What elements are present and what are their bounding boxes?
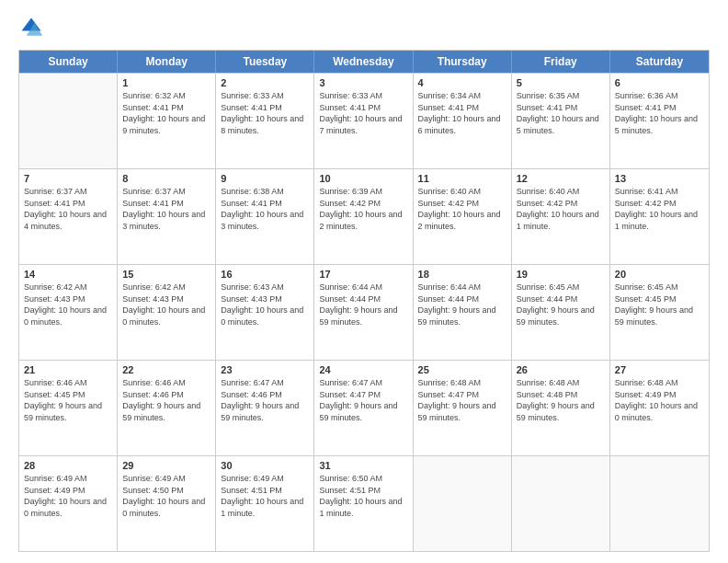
day-info: Sunrise: 6:40 AMSunset: 4:42 PMDaylight:… bbox=[418, 186, 506, 232]
cal-cell: 12Sunrise: 6:40 AMSunset: 4:42 PMDayligh… bbox=[512, 169, 610, 264]
cal-cell: 28Sunrise: 6:49 AMSunset: 4:49 PMDayligh… bbox=[19, 456, 118, 551]
day-number: 6 bbox=[615, 77, 704, 88]
cal-cell: 13Sunrise: 6:41 AMSunset: 4:42 PMDayligh… bbox=[610, 169, 709, 264]
day-info: Sunrise: 6:43 AMSunset: 4:43 PMDaylight:… bbox=[221, 282, 309, 327]
calendar-header-row: SundayMondayTuesdayWednesdayThursdayFrid… bbox=[19, 51, 709, 73]
cal-cell: 22Sunrise: 6:46 AMSunset: 4:46 PMDayligh… bbox=[118, 361, 216, 455]
logo bbox=[18, 15, 48, 40]
day-info: Sunrise: 6:34 AMSunset: 4:41 PMDaylight:… bbox=[418, 90, 506, 136]
logo-icon bbox=[18, 15, 44, 40]
day-info: Sunrise: 6:42 AMSunset: 4:43 PMDaylight:… bbox=[122, 282, 210, 327]
cal-cell: 9Sunrise: 6:38 AMSunset: 4:41 PMDaylight… bbox=[216, 169, 314, 264]
day-number: 14 bbox=[24, 269, 112, 280]
day-number: 2 bbox=[221, 77, 309, 88]
day-number: 18 bbox=[418, 269, 506, 280]
cal-header-thursday: Thursday bbox=[414, 51, 512, 73]
cal-cell bbox=[610, 456, 709, 551]
cal-cell: 24Sunrise: 6:47 AMSunset: 4:47 PMDayligh… bbox=[314, 361, 413, 455]
cal-cell bbox=[414, 456, 512, 551]
cal-cell bbox=[19, 74, 118, 168]
cal-cell: 2Sunrise: 6:33 AMSunset: 4:41 PMDaylight… bbox=[216, 74, 314, 168]
day-info: Sunrise: 6:33 AMSunset: 4:41 PMDaylight:… bbox=[319, 90, 407, 136]
day-info: Sunrise: 6:49 AMSunset: 4:51 PMDaylight:… bbox=[221, 473, 309, 519]
cal-cell: 21Sunrise: 6:46 AMSunset: 4:45 PMDayligh… bbox=[19, 361, 118, 455]
day-number: 4 bbox=[418, 77, 506, 88]
day-number: 22 bbox=[122, 364, 210, 375]
cal-week-5: 28Sunrise: 6:49 AMSunset: 4:49 PMDayligh… bbox=[19, 455, 709, 551]
day-info: Sunrise: 6:32 AMSunset: 4:41 PMDaylight:… bbox=[122, 90, 210, 136]
calendar: SundayMondayTuesdayWednesdayThursdayFrid… bbox=[18, 50, 710, 552]
cal-cell: 25Sunrise: 6:48 AMSunset: 4:47 PMDayligh… bbox=[414, 361, 512, 455]
cal-cell: 4Sunrise: 6:34 AMSunset: 4:41 PMDaylight… bbox=[414, 74, 512, 168]
cal-cell: 16Sunrise: 6:43 AMSunset: 4:43 PMDayligh… bbox=[216, 265, 314, 360]
day-number: 8 bbox=[122, 173, 210, 184]
day-number: 11 bbox=[418, 173, 506, 184]
day-number: 15 bbox=[122, 269, 210, 280]
day-info: Sunrise: 6:37 AMSunset: 4:41 PMDaylight:… bbox=[122, 186, 210, 232]
calendar-body: 1Sunrise: 6:32 AMSunset: 4:41 PMDaylight… bbox=[19, 73, 709, 551]
day-number: 30 bbox=[221, 460, 309, 471]
day-number: 3 bbox=[319, 77, 407, 88]
day-info: Sunrise: 6:44 AMSunset: 4:44 PMDaylight:… bbox=[418, 282, 506, 327]
header bbox=[18, 15, 710, 40]
day-info: Sunrise: 6:39 AMSunset: 4:42 PMDaylight:… bbox=[319, 186, 407, 232]
cal-cell: 10Sunrise: 6:39 AMSunset: 4:42 PMDayligh… bbox=[314, 169, 413, 264]
day-number: 31 bbox=[319, 460, 407, 471]
day-info: Sunrise: 6:49 AMSunset: 4:50 PMDaylight:… bbox=[122, 473, 210, 519]
cal-cell: 30Sunrise: 6:49 AMSunset: 4:51 PMDayligh… bbox=[216, 456, 314, 551]
day-info: Sunrise: 6:33 AMSunset: 4:41 PMDaylight:… bbox=[221, 90, 309, 136]
day-number: 26 bbox=[517, 364, 605, 375]
cal-cell: 23Sunrise: 6:47 AMSunset: 4:46 PMDayligh… bbox=[216, 361, 314, 455]
cal-cell: 20Sunrise: 6:45 AMSunset: 4:45 PMDayligh… bbox=[610, 265, 709, 360]
cal-cell: 31Sunrise: 6:50 AMSunset: 4:51 PMDayligh… bbox=[314, 456, 413, 551]
cal-week-2: 7Sunrise: 6:37 AMSunset: 4:41 PMDaylight… bbox=[19, 168, 709, 264]
day-number: 16 bbox=[221, 269, 309, 280]
cal-cell: 7Sunrise: 6:37 AMSunset: 4:41 PMDaylight… bbox=[19, 169, 118, 264]
day-info: Sunrise: 6:41 AMSunset: 4:42 PMDaylight:… bbox=[615, 186, 704, 232]
cal-cell: 19Sunrise: 6:45 AMSunset: 4:44 PMDayligh… bbox=[512, 265, 610, 360]
day-info: Sunrise: 6:49 AMSunset: 4:49 PMDaylight:… bbox=[24, 473, 112, 519]
day-number: 17 bbox=[319, 269, 407, 280]
cal-cell: 8Sunrise: 6:37 AMSunset: 4:41 PMDaylight… bbox=[118, 169, 216, 264]
day-number: 24 bbox=[319, 364, 407, 375]
cal-header-saturday: Saturday bbox=[610, 51, 709, 73]
day-number: 7 bbox=[24, 173, 112, 184]
cal-week-3: 14Sunrise: 6:42 AMSunset: 4:43 PMDayligh… bbox=[19, 264, 709, 360]
day-info: Sunrise: 6:48 AMSunset: 4:48 PMDaylight:… bbox=[517, 377, 605, 423]
day-number: 13 bbox=[615, 173, 704, 184]
day-info: Sunrise: 6:50 AMSunset: 4:51 PMDaylight:… bbox=[319, 473, 407, 519]
day-info: Sunrise: 6:40 AMSunset: 4:42 PMDaylight:… bbox=[517, 186, 605, 232]
cal-cell bbox=[512, 456, 610, 551]
cal-cell: 15Sunrise: 6:42 AMSunset: 4:43 PMDayligh… bbox=[118, 265, 216, 360]
day-info: Sunrise: 6:44 AMSunset: 4:44 PMDaylight:… bbox=[319, 282, 407, 327]
cal-cell: 1Sunrise: 6:32 AMSunset: 4:41 PMDaylight… bbox=[118, 74, 216, 168]
cal-header-wednesday: Wednesday bbox=[314, 51, 413, 73]
day-info: Sunrise: 6:48 AMSunset: 4:49 PMDaylight:… bbox=[615, 377, 704, 423]
cal-cell: 26Sunrise: 6:48 AMSunset: 4:48 PMDayligh… bbox=[512, 361, 610, 455]
day-info: Sunrise: 6:36 AMSunset: 4:41 PMDaylight:… bbox=[615, 90, 704, 136]
day-info: Sunrise: 6:47 AMSunset: 4:47 PMDaylight:… bbox=[319, 377, 407, 423]
day-info: Sunrise: 6:46 AMSunset: 4:45 PMDaylight:… bbox=[24, 377, 112, 423]
cal-cell: 6Sunrise: 6:36 AMSunset: 4:41 PMDaylight… bbox=[610, 74, 709, 168]
day-number: 27 bbox=[615, 364, 704, 375]
day-info: Sunrise: 6:47 AMSunset: 4:46 PMDaylight:… bbox=[221, 377, 309, 423]
cal-cell: 14Sunrise: 6:42 AMSunset: 4:43 PMDayligh… bbox=[19, 265, 118, 360]
day-number: 19 bbox=[517, 269, 605, 280]
day-number: 1 bbox=[122, 77, 210, 88]
day-info: Sunrise: 6:48 AMSunset: 4:47 PMDaylight:… bbox=[418, 377, 506, 423]
day-number: 20 bbox=[615, 269, 704, 280]
day-number: 21 bbox=[24, 364, 112, 375]
day-info: Sunrise: 6:42 AMSunset: 4:43 PMDaylight:… bbox=[24, 282, 112, 327]
page: SundayMondayTuesdayWednesdayThursdayFrid… bbox=[0, 0, 728, 563]
day-info: Sunrise: 6:35 AMSunset: 4:41 PMDaylight:… bbox=[517, 90, 605, 136]
day-info: Sunrise: 6:46 AMSunset: 4:46 PMDaylight:… bbox=[122, 377, 210, 423]
day-number: 29 bbox=[122, 460, 210, 471]
cal-header-monday: Monday bbox=[118, 51, 216, 73]
day-number: 10 bbox=[319, 173, 407, 184]
day-number: 12 bbox=[517, 173, 605, 184]
day-number: 9 bbox=[221, 173, 309, 184]
cal-header-sunday: Sunday bbox=[19, 51, 118, 73]
day-number: 28 bbox=[24, 460, 112, 471]
cal-header-friday: Friday bbox=[512, 51, 610, 73]
cal-cell: 29Sunrise: 6:49 AMSunset: 4:50 PMDayligh… bbox=[118, 456, 216, 551]
